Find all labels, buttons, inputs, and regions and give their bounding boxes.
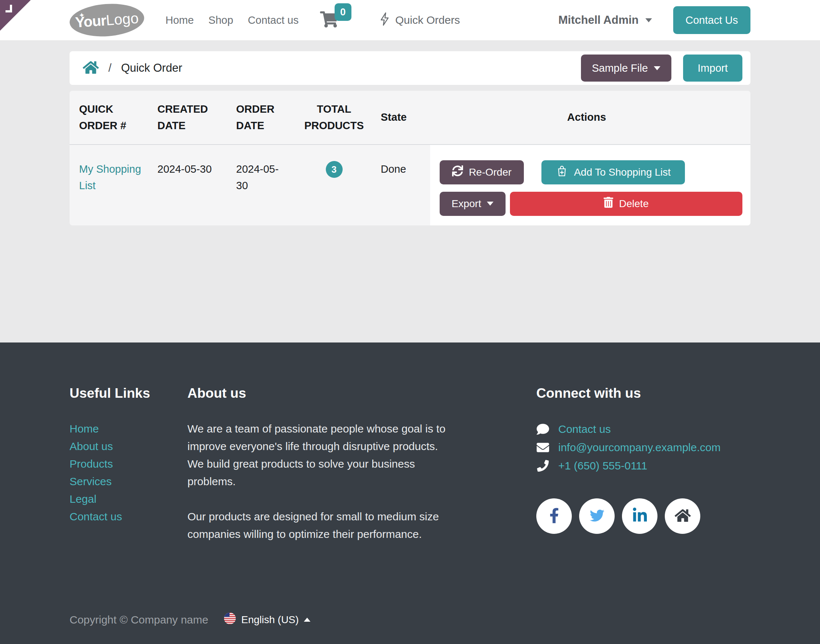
add-to-shopping-list-button[interactable]: Add To Shopping List	[541, 160, 685, 184]
add-to-shopping-list-label: Add To Shopping List	[574, 167, 671, 178]
chevron-down-icon	[654, 66, 660, 70]
shopping-bag-plus-icon	[556, 165, 568, 179]
chevron-down-icon	[645, 18, 652, 22]
us-flag-icon	[224, 612, 236, 627]
quick-orders-table: QUICK ORDER # CREATED DATE ORDER DATE TO…	[69, 91, 751, 225]
footer-email-label: info@yourcompany.example.com	[558, 439, 720, 457]
logo-spark-icon: ✦	[78, 11, 85, 20]
quick-orders-label: Quick Orders	[395, 14, 460, 26]
linkedin-icon	[633, 508, 647, 525]
breadcrumb-home-link[interactable]	[83, 60, 99, 76]
col-order-date: ORDER DATE	[236, 91, 295, 144]
footer-email-link[interactable]: info@yourcompany.example.com	[536, 439, 751, 457]
footer-about: About us We are a team of passionate peo…	[187, 386, 455, 561]
chat-bubble-icon	[536, 423, 550, 435]
total-products-badge: 3	[326, 161, 342, 178]
quick-orders-link[interactable]: Quick Orders	[379, 12, 460, 29]
col-total-products: TOTAL PRODUCTS	[295, 91, 381, 144]
footer-phone-label: +1 (650) 555-0111	[558, 457, 647, 475]
refresh-icon	[452, 166, 463, 179]
home-icon	[675, 508, 691, 524]
cart-button[interactable]: 0	[320, 11, 338, 29]
footer-link-services[interactable]: Services	[69, 473, 187, 490]
order-date-cell: 2024-05-30	[236, 144, 295, 225]
reorder-label: Re-Order	[469, 167, 512, 178]
website-home-button[interactable]	[665, 498, 700, 534]
contact-us-button[interactable]: Contact Us	[673, 6, 751, 34]
header-bar: ✦ YourLogo Home Shop Contact us 0 Quick …	[0, 0, 820, 40]
table-row: My Shopping List 2024-05-30 2024-05-30 3…	[69, 144, 751, 225]
phone-icon	[536, 460, 550, 472]
chevron-up-icon	[304, 618, 310, 622]
linkedin-button[interactable]	[622, 498, 657, 534]
import-button[interactable]: Import	[683, 55, 742, 81]
about-paragraph-2: Our products are designed for small to m…	[187, 508, 455, 543]
useful-links-title: Useful Links	[69, 386, 187, 401]
corner-edit-icon	[6, 5, 12, 12]
user-name: Mitchell Admin	[558, 14, 639, 27]
actions-cell: Re-Order Add To Shopping List	[430, 144, 751, 225]
col-actions: Actions	[430, 91, 751, 144]
user-menu[interactable]: Mitchell Admin	[558, 14, 652, 27]
footer-connect: Connect with us Contact us info@yourcomp…	[536, 386, 751, 561]
main-nav: Home Shop Contact us	[166, 14, 299, 26]
export-button[interactable]: Export	[440, 192, 505, 216]
nav-contact-us[interactable]: Contact us	[248, 14, 299, 26]
reorder-button[interactable]: Re-Order	[440, 160, 524, 184]
delete-button[interactable]: Delete	[510, 192, 742, 216]
col-created-date: CREATED DATE	[157, 91, 236, 144]
export-label: Export	[452, 198, 481, 210]
footer-columns: Useful Links Home About us Products Serv…	[69, 386, 751, 561]
footer-link-home[interactable]: Home	[69, 420, 187, 438]
state-cell: Done	[381, 144, 430, 225]
chevron-down-icon	[487, 202, 493, 205]
footer-contact-us-link[interactable]: Contact us	[536, 420, 751, 439]
twitter-button[interactable]	[579, 498, 615, 534]
nav-shop[interactable]: Shop	[208, 14, 233, 26]
footer-contact-us-label: Contact us	[558, 420, 611, 439]
footer-link-products[interactable]: Products	[69, 455, 187, 473]
created-date-cell: 2024-05-30	[157, 144, 236, 225]
language-label: English (US)	[241, 614, 299, 626]
about-title: About us	[187, 386, 455, 401]
footer-bottom: Copyright © Company name	[69, 612, 751, 644]
cart-count-badge: 0	[335, 3, 352, 21]
sample-file-label: Sample File	[592, 62, 648, 74]
about-paragraph-1: We are a team of passionate people whose…	[187, 420, 455, 490]
logo[interactable]: ✦ YourLogo	[68, 2, 145, 39]
lightning-bolt-icon	[379, 12, 390, 29]
facebook-button[interactable]	[536, 498, 572, 534]
connect-title: Connect with us	[536, 386, 751, 401]
corner-ribbon-button[interactable]	[0, 0, 31, 31]
delete-label: Delete	[619, 198, 649, 210]
nav-home[interactable]: Home	[166, 14, 193, 26]
page: ✦ YourLogo Home Shop Contact us 0 Quick …	[0, 0, 820, 644]
footer-phone-link[interactable]: +1 (650) 555-0111	[536, 457, 751, 475]
footer-link-contact-us[interactable]: Contact us	[69, 508, 187, 526]
footer-link-about-us[interactable]: About us	[69, 438, 187, 455]
quick-order-name-link[interactable]: My Shopping List	[79, 163, 141, 192]
social-links	[536, 498, 751, 534]
home-icon	[83, 60, 99, 76]
footer-link-legal[interactable]: Legal	[69, 490, 187, 508]
col-state: State	[381, 91, 430, 144]
breadcrumb-separator: /	[108, 61, 112, 75]
sample-file-button[interactable]: Sample File	[581, 55, 671, 81]
footer: Useful Links Home About us Products Serv…	[0, 342, 820, 644]
actions-row-2: Export Delete	[440, 192, 742, 216]
copyright-text: Copyright © Company name	[69, 613, 208, 626]
footer-useful-links: Useful Links Home About us Products Serv…	[69, 386, 187, 561]
table-header-row: QUICK ORDER # CREATED DATE ORDER DATE TO…	[69, 91, 751, 144]
envelope-icon	[536, 441, 550, 454]
breadcrumb-actions: Sample File Import	[581, 55, 742, 81]
logo-text-logo: Logo	[106, 10, 139, 29]
main-content: / Quick Order Sample File Import QUICK O…	[0, 40, 820, 342]
language-selector[interactable]: English (US)	[224, 612, 310, 627]
actions-row-1: Re-Order Add To Shopping List	[440, 160, 742, 184]
col-quick-order: QUICK ORDER #	[69, 91, 157, 144]
breadcrumb: / Quick Order Sample File Import	[69, 51, 751, 85]
facebook-icon	[550, 508, 559, 525]
twitter-icon	[589, 508, 605, 524]
page-title: Quick Order	[121, 61, 182, 75]
trash-icon	[603, 197, 613, 210]
